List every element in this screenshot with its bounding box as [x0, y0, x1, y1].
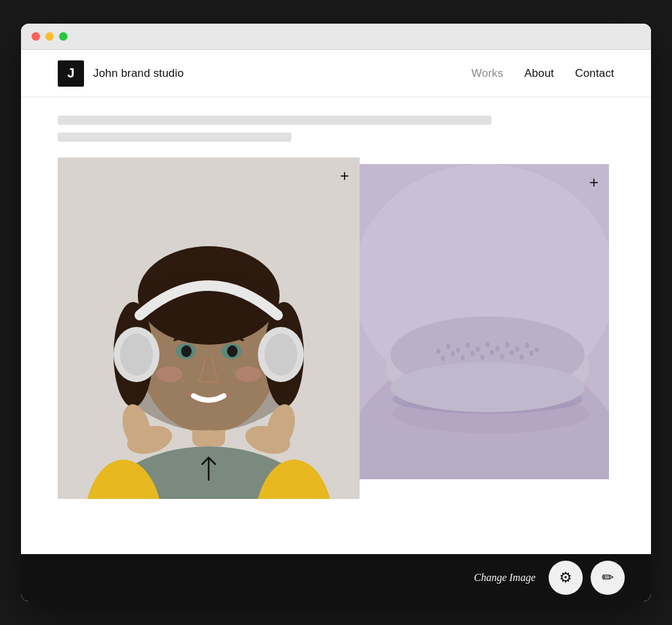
svg-point-18 — [264, 334, 297, 376]
nav-links: Works About Contact — [471, 67, 614, 80]
svg-point-35 — [486, 342, 490, 347]
edit-button[interactable]: ✏ — [591, 561, 625, 595]
settings-button[interactable]: ⚙ — [549, 561, 583, 595]
placeholder-line-short — [58, 133, 291, 142]
svg-point-36 — [495, 346, 499, 351]
svg-point-43 — [461, 355, 465, 360]
browser-content: J John brand studio Works About Contact — [21, 50, 651, 601]
svg-point-39 — [525, 343, 529, 348]
add-button-woman[interactable]: + — [340, 168, 349, 184]
dot-red[interactable] — [32, 32, 40, 41]
image-card-speaker[interactable]: + — [360, 164, 609, 479]
speaker-image — [360, 164, 609, 479]
svg-point-40 — [535, 347, 539, 353]
dot-yellow[interactable] — [45, 32, 54, 41]
arrow-up — [199, 455, 219, 486]
images-section: + — [21, 158, 651, 499]
nav-link-contact[interactable]: Contact — [575, 67, 614, 79]
nav-item-contact[interactable]: Contact — [575, 67, 614, 80]
svg-point-45 — [480, 355, 484, 360]
edit-icon: ✏ — [602, 569, 614, 586]
svg-point-12 — [227, 345, 238, 357]
brand-name: John brand studio — [93, 67, 184, 80]
placeholder-section — [21, 97, 651, 158]
browser-titlebar — [21, 24, 651, 50]
svg-point-47 — [500, 354, 504, 359]
svg-point-34 — [476, 347, 480, 352]
svg-point-42 — [451, 351, 455, 356]
browser-dots — [32, 32, 68, 41]
browser-window: J John brand studio Works About Contact — [21, 24, 651, 601]
svg-point-31 — [446, 344, 450, 349]
woman-svg — [58, 158, 360, 499]
image-card-woman[interactable]: + — [58, 158, 360, 499]
svg-point-37 — [505, 342, 509, 347]
change-image-label: Change Image — [474, 572, 536, 584]
svg-point-46 — [490, 350, 494, 355]
speaker-svg — [360, 164, 609, 479]
brand-logo: J — [58, 60, 84, 87]
add-button-speaker[interactable]: + — [589, 175, 598, 190]
brand: J John brand studio — [58, 60, 184, 87]
svg-point-32 — [456, 347, 460, 353]
svg-point-44 — [471, 351, 474, 356]
settings-icon: ⚙ — [559, 569, 572, 586]
nav-link-works[interactable]: Works — [471, 67, 503, 79]
svg-point-48 — [510, 350, 514, 355]
svg-point-13 — [156, 366, 182, 382]
nav-item-about[interactable]: About — [524, 67, 554, 80]
svg-point-50 — [530, 351, 534, 356]
woman-image — [58, 158, 360, 499]
svg-point-49 — [520, 355, 524, 360]
svg-point-38 — [515, 347, 519, 352]
nav-link-about[interactable]: About — [524, 67, 554, 79]
brand-letter: J — [67, 66, 74, 81]
svg-point-30 — [436, 349, 440, 354]
svg-point-52 — [390, 362, 585, 412]
bottom-bar: Change Image ⚙ ✏ — [21, 554, 651, 601]
dot-green[interactable] — [59, 32, 68, 41]
navbar: J John brand studio Works About Contact — [21, 50, 651, 97]
svg-point-41 — [441, 356, 445, 361]
svg-point-16 — [120, 334, 153, 376]
nav-item-works[interactable]: Works — [471, 67, 503, 80]
svg-point-14 — [235, 366, 261, 382]
svg-point-11 — [181, 345, 192, 357]
placeholder-line-long — [58, 116, 492, 125]
svg-point-33 — [466, 343, 470, 348]
